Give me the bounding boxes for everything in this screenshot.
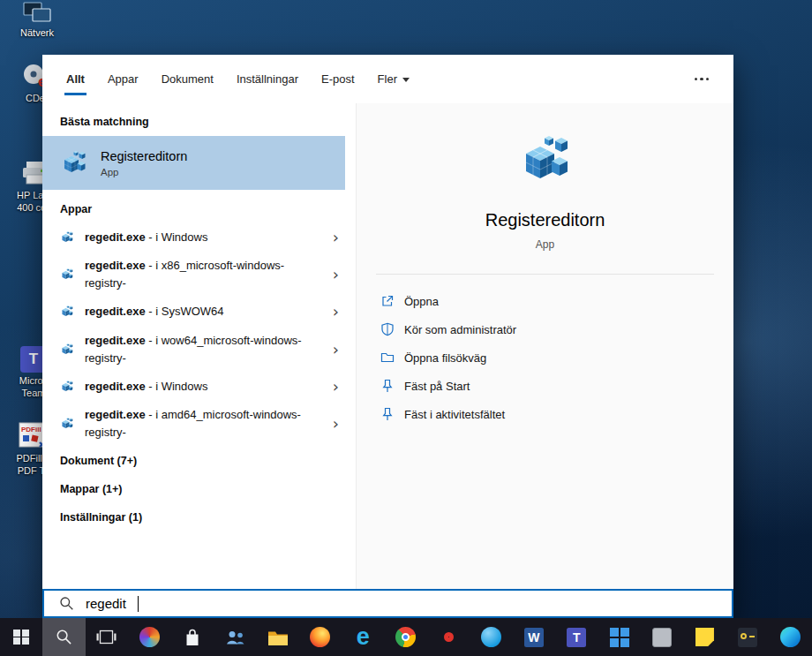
result-text: regedit.exe - i Windows bbox=[85, 229, 319, 246]
taskbar-app-word[interactable]: W bbox=[513, 618, 555, 656]
tab-more-label: Fler bbox=[378, 72, 397, 86]
chevron-right-icon[interactable]: › bbox=[329, 304, 350, 320]
action-run-as-admin[interactable]: Kör som administratör bbox=[380, 315, 733, 343]
firefox-icon bbox=[310, 627, 330, 647]
tab-more[interactable]: Fler bbox=[366, 55, 421, 103]
taskbar-app-edge[interactable] bbox=[769, 618, 811, 656]
ring-browser-icon bbox=[444, 632, 454, 642]
result-text: regedit.exe - i wow64_microsoft-windows-… bbox=[85, 332, 319, 367]
action-label: Kör som administratör bbox=[404, 323, 516, 336]
chevron-right-icon[interactable]: › bbox=[329, 230, 350, 245]
registry-editor-icon bbox=[60, 380, 74, 394]
registry-editor-icon-large bbox=[517, 132, 574, 189]
registry-editor-icon bbox=[60, 417, 74, 431]
taskbar-app-skype[interactable] bbox=[470, 618, 512, 656]
registry-editor-icon bbox=[60, 149, 88, 177]
search-icon bbox=[56, 629, 72, 645]
best-match-header: Bästa matchning bbox=[42, 111, 356, 136]
taskbar-app-internet-explorer[interactable]: e bbox=[342, 618, 384, 656]
chrome-icon bbox=[395, 627, 416, 647]
taskbar-app-password-manager[interactable] bbox=[726, 618, 769, 656]
pin-icon bbox=[380, 379, 395, 393]
swirl-app-icon bbox=[139, 627, 160, 647]
taskbar-app-store[interactable] bbox=[171, 618, 214, 656]
action-pin-to-start[interactable]: Fäst på Start bbox=[380, 372, 733, 400]
tab-documents[interactable]: Dokument bbox=[150, 55, 225, 103]
action-open-file-location[interactable]: Öppna filsökväg bbox=[380, 343, 733, 372]
chevron-right-icon[interactable]: › bbox=[329, 416, 350, 432]
preview-divider bbox=[376, 274, 714, 275]
registry-editor-icon bbox=[60, 230, 74, 245]
best-match-item[interactable]: Registereditorn App bbox=[42, 136, 345, 190]
store-bag-icon bbox=[184, 628, 201, 647]
taskbar-app-teams[interactable]: T bbox=[555, 618, 598, 656]
chevron-down-icon bbox=[402, 78, 410, 82]
result-text: regedit.exe - i SysWOW64 bbox=[85, 303, 319, 320]
folders-section-header[interactable]: Mappar (1+) bbox=[42, 475, 356, 503]
sticky-notes-icon bbox=[695, 628, 714, 646]
search-icon bbox=[59, 596, 74, 611]
start-button[interactable] bbox=[0, 618, 42, 656]
network-icon bbox=[22, 2, 52, 25]
desktop-icon-label: Nätverk bbox=[20, 27, 54, 40]
taskbar-app-browser-ring[interactable] bbox=[427, 618, 470, 656]
chevron-right-icon[interactable]: › bbox=[329, 267, 350, 283]
search-result-row[interactable]: regedit.exe - i wow64_microsoft-windows-… bbox=[42, 327, 356, 373]
internet-explorer-icon: e bbox=[357, 625, 370, 649]
tab-apps-label: Appar bbox=[108, 72, 139, 86]
registry-editor-icon bbox=[60, 305, 74, 319]
best-match-type: App bbox=[101, 167, 187, 177]
taskbar-search-button[interactable] bbox=[42, 618, 85, 656]
search-flyout: Allt Appar Dokument Inställningar E-post… bbox=[42, 55, 733, 618]
taskbar-app-paint-swirl[interactable] bbox=[128, 618, 170, 656]
search-result-row[interactable]: regedit.exe - i amd64_microsoft-windows-… bbox=[42, 401, 356, 447]
desktop-icon-network[interactable]: Nätverk bbox=[9, 2, 65, 40]
registry-editor-icon bbox=[60, 268, 74, 282]
tab-email-label: E-post bbox=[321, 72, 355, 86]
tab-apps[interactable]: Appar bbox=[96, 55, 150, 103]
more-options-button[interactable] bbox=[682, 69, 722, 90]
text-caret bbox=[138, 596, 139, 612]
action-label: Öppna filsökväg bbox=[404, 351, 486, 365]
taskbar-app-firefox[interactable] bbox=[299, 618, 342, 656]
tab-all[interactable]: Allt bbox=[55, 55, 96, 103]
taskbar: e W T bbox=[0, 618, 812, 656]
taskbar-app-sticky-notes[interactable] bbox=[683, 618, 726, 656]
search-result-row[interactable]: regedit.exe - i SysWOW64 › bbox=[42, 298, 356, 326]
search-result-row[interactable]: regedit.exe - i Windows › bbox=[42, 373, 356, 401]
taskbar-app-blue-grid[interactable] bbox=[598, 618, 640, 656]
file-location-icon bbox=[380, 351, 395, 365]
grid-app-icon bbox=[610, 628, 629, 647]
preview-pane: Registereditorn App Öppna bbox=[356, 103, 733, 589]
action-pin-to-taskbar[interactable]: Fäst i aktivitetsfältet bbox=[380, 400, 733, 428]
search-content: Bästa matchning Registereditorn App Appa… bbox=[42, 103, 733, 589]
taskbar-app-chrome[interactable] bbox=[385, 618, 427, 656]
open-icon bbox=[380, 294, 395, 308]
chevron-right-icon[interactable]: › bbox=[329, 342, 350, 358]
taskbar-app-gray[interactable] bbox=[641, 618, 683, 656]
settings-section-header[interactable]: Inställningar (1) bbox=[42, 503, 356, 532]
task-view-button[interactable] bbox=[86, 618, 128, 656]
registry-editor-icon bbox=[60, 343, 74, 357]
search-result-row[interactable]: regedit.exe - i x86_microsoft-windows-re… bbox=[42, 252, 356, 298]
result-text: regedit.exe - i Windows bbox=[85, 378, 319, 396]
search-input[interactable]: regedit bbox=[42, 589, 733, 618]
taskbar-app-file-explorer[interactable] bbox=[256, 618, 298, 656]
action-open[interactable]: Öppna bbox=[380, 287, 733, 315]
tab-settings[interactable]: Inställningar bbox=[225, 55, 310, 103]
documents-section-header[interactable]: Dokument (7+) bbox=[42, 447, 356, 475]
tab-email[interactable]: E-post bbox=[310, 55, 366, 103]
key-app-icon bbox=[738, 628, 757, 647]
taskbar-app-people[interactable] bbox=[214, 618, 256, 656]
best-match-title: Registereditorn bbox=[101, 149, 187, 163]
search-result-row[interactable]: regedit.exe - i Windows › bbox=[42, 223, 356, 252]
task-view-icon bbox=[96, 630, 117, 645]
preview-type: App bbox=[536, 238, 554, 251]
windows-logo-icon bbox=[13, 630, 29, 645]
tab-all-label: Allt bbox=[66, 72, 85, 86]
result-text: regedit.exe - i amd64_microsoft-windows-… bbox=[85, 406, 319, 441]
preview-actions: Öppna Kör som administratör Öppna filsök… bbox=[357, 282, 733, 428]
search-results-list: Bästa matchning Registereditorn App Appa… bbox=[42, 103, 356, 589]
gray-app-icon bbox=[652, 628, 672, 647]
chevron-right-icon[interactable]: › bbox=[329, 379, 350, 395]
